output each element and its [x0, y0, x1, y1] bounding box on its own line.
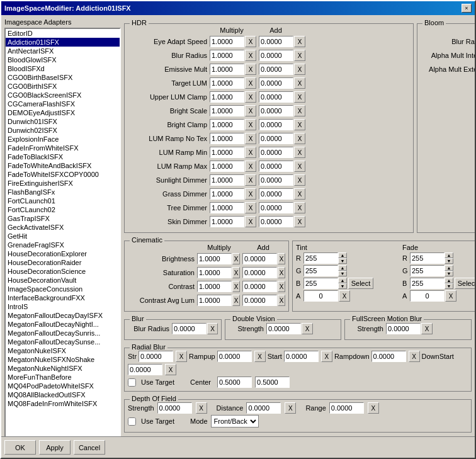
dof-distance-input[interactable]: [246, 402, 281, 414]
radial-center-y-input[interactable]: [255, 377, 290, 388]
blur-radius-input[interactable]: [172, 323, 207, 334]
hdr-add-x[interactable]: X: [294, 161, 305, 172]
fade-g-down[interactable]: ▼: [445, 271, 453, 276]
radial-str-input[interactable]: [139, 351, 173, 362]
hdr-multiply-input[interactable]: [210, 216, 244, 227]
list-item[interactable]: Dunwich01ISFX: [6, 117, 120, 126]
list-item[interactable]: FortCLaunch02: [6, 205, 120, 214]
list-item[interactable]: HouseDecorationExplorer: [6, 249, 120, 258]
hdr-multiply-x[interactable]: X: [245, 202, 256, 213]
fade-g-input[interactable]: [410, 265, 445, 276]
fsmblur-x-button[interactable]: X: [421, 323, 433, 334]
hdr-multiply-input[interactable]: [210, 119, 244, 130]
hdr-add-x[interactable]: X: [294, 216, 305, 227]
list-item[interactable]: BloodGlowISFX: [6, 55, 120, 64]
list-item[interactable]: Dunwich02ISFX: [6, 126, 120, 135]
fade-b-up[interactable]: ▲: [445, 278, 453, 283]
hdr-multiply-x[interactable]: X: [245, 36, 256, 47]
list-item[interactable]: HouseDecorationScience: [6, 267, 120, 276]
hdr-multiply-x[interactable]: X: [245, 161, 256, 172]
hdr-multiply-input[interactable]: [210, 50, 244, 61]
list-item[interactable]: FlashBangISFx: [6, 188, 120, 196]
cinematic-add-x[interactable]: X: [278, 295, 285, 306]
blur-radius-x-button[interactable]: X: [207, 323, 218, 334]
list-item[interactable]: GasTrapISFX: [6, 214, 120, 223]
hdr-add-x[interactable]: X: [294, 174, 305, 186]
radial-rampdown-x-button[interactable]: X: [409, 351, 420, 362]
double-vision-strength-input[interactable]: [266, 323, 301, 334]
radial-use-target-checkbox[interactable]: [128, 378, 136, 387]
dof-mode-dropdown[interactable]: Front/Back Front Back: [211, 415, 259, 428]
hdr-add-input[interactable]: [259, 77, 293, 89]
close-button[interactable]: ×: [462, 4, 472, 13]
cinematic-multiply-x[interactable]: X: [232, 253, 240, 264]
list-item[interactable]: MQ04PodPadetoWhiteISFX: [6, 382, 120, 390]
hdr-multiply-x[interactable]: X: [245, 64, 256, 75]
hdr-multiply-x[interactable]: X: [245, 50, 256, 61]
list-item[interactable]: FadeToBlackISFX: [6, 152, 120, 161]
hdr-multiply-x[interactable]: X: [245, 188, 256, 200]
hdr-add-x[interactable]: X: [294, 64, 305, 75]
list-item[interactable]: MegatonFalloutDecaySunse...: [6, 337, 120, 346]
list-item[interactable]: FireExtinguisherISFX: [6, 179, 120, 188]
hdr-multiply-input[interactable]: [210, 174, 244, 186]
hdr-add-x[interactable]: X: [294, 133, 305, 144]
list-item[interactable]: GeckActivateISFX: [6, 223, 120, 232]
cinematic-add-input[interactable]: [242, 281, 277, 292]
imagespace-listbox[interactable]: EditorIDAddiction01ISFXAntNectarISFXBloo…: [4, 28, 121, 455]
hdr-multiply-x[interactable]: X: [245, 91, 256, 103]
hdr-multiply-input[interactable]: [210, 105, 244, 116]
fade-a-input[interactable]: [410, 290, 445, 302]
list-item[interactable]: MQ08AllBlackedOutISFX: [6, 390, 120, 399]
dof-distance-x-button[interactable]: X: [285, 402, 296, 414]
fade-g-up[interactable]: ▲: [445, 265, 453, 271]
tint-b-down[interactable]: ▼: [338, 283, 347, 289]
dof-use-target-checkbox[interactable]: [128, 417, 136, 426]
fade-b-input[interactable]: [410, 278, 445, 289]
hdr-multiply-x[interactable]: X: [245, 216, 256, 227]
list-item[interactable]: FadeToWhiteISFXCOPY0000: [6, 170, 120, 179]
fade-b-down[interactable]: ▼: [445, 283, 453, 289]
dof-strength-input[interactable]: [157, 402, 192, 414]
hdr-add-x[interactable]: X: [294, 119, 305, 130]
double-vision-x-button[interactable]: X: [302, 323, 313, 334]
list-item[interactable]: MegatonFalloutDecayNightI...: [6, 320, 120, 329]
hdr-add-x[interactable]: X: [294, 147, 305, 158]
cinematic-add-input[interactable]: [242, 295, 277, 306]
list-item[interactable]: GrenadeFragISFX: [6, 241, 120, 249]
hdr-multiply-input[interactable]: [210, 147, 244, 158]
cancel-button[interactable]: Cancel: [74, 440, 105, 455]
list-item[interactable]: MQ08FadeInFromWhiteISFX: [6, 399, 120, 408]
hdr-multiply-input[interactable]: [210, 36, 244, 47]
tint-a-x-button[interactable]: X: [339, 290, 350, 302]
list-item[interactable]: DEMOEyeAdjustISFX: [6, 108, 120, 117]
hdr-multiply-input[interactable]: [210, 64, 244, 75]
tint-select-button[interactable]: Select: [348, 278, 373, 289]
hdr-add-input[interactable]: [259, 64, 293, 75]
hdr-add-input[interactable]: [259, 188, 293, 200]
ok-button[interactable]: OK: [4, 440, 36, 455]
hdr-add-x[interactable]: X: [294, 105, 305, 116]
hdr-add-x[interactable]: X: [294, 50, 305, 61]
list-item[interactable]: HouseDecorationRaider: [6, 258, 120, 267]
radial-downstart-input[interactable]: [128, 364, 162, 375]
dof-strength-x-button[interactable]: X: [196, 402, 207, 414]
list-item[interactable]: MoreFunThanBefore: [6, 373, 120, 382]
cinematic-add-input[interactable]: [242, 267, 277, 278]
hdr-add-input[interactable]: [259, 105, 293, 116]
radial-start-x-button[interactable]: X: [321, 351, 332, 362]
tint-g-down[interactable]: ▼: [338, 271, 347, 276]
tint-b-input[interactable]: [303, 278, 338, 289]
list-item[interactable]: FadeToWhiteAndBackISFX: [6, 161, 120, 170]
cinematic-add-x[interactable]: X: [278, 267, 285, 278]
list-item[interactable]: CGO0BirthBaseISFX: [6, 73, 120, 82]
cinematic-multiply-x[interactable]: X: [232, 281, 240, 292]
hdr-multiply-input[interactable]: [210, 202, 244, 213]
hdr-multiply-input[interactable]: [210, 161, 244, 172]
hdr-add-input[interactable]: [259, 119, 293, 130]
radial-rampdown-input[interactable]: [371, 351, 406, 362]
hdr-add-x[interactable]: X: [294, 77, 305, 89]
hdr-multiply-input[interactable]: [210, 77, 244, 89]
radial-rampup-x-button[interactable]: X: [254, 351, 266, 362]
cinematic-add-x[interactable]: X: [278, 281, 285, 292]
